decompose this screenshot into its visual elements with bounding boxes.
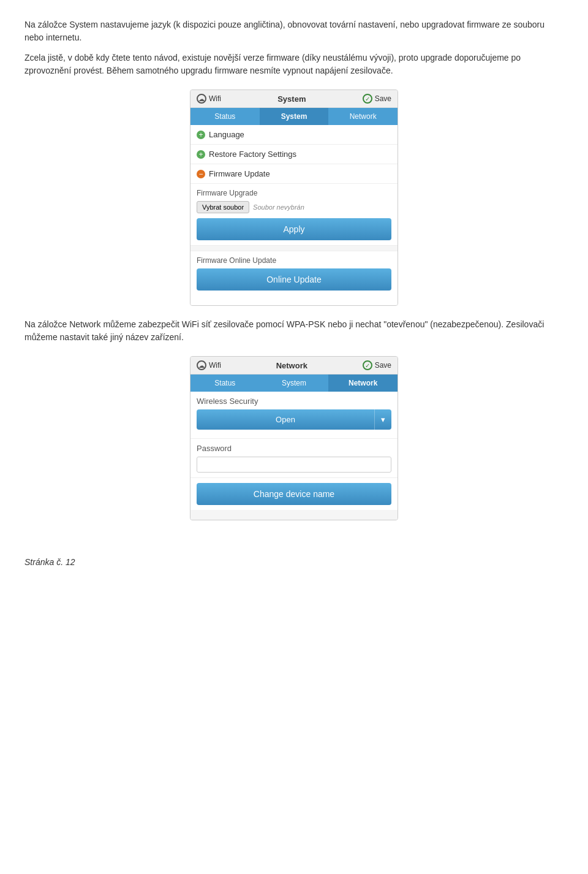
firmware-online-section: Firmware Online Update Online Update bbox=[190, 251, 398, 295]
save-label-group-2: ✓ Save bbox=[363, 360, 391, 370]
wifi-label-2: Wifi bbox=[209, 361, 221, 370]
page-footer: Stránka č. 12 bbox=[24, 557, 564, 567]
open-button[interactable]: Open bbox=[197, 409, 374, 430]
network-center-label: Network bbox=[276, 361, 307, 370]
device-ui-network: ☁ Wifi Network ✓ Save Status System Netw… bbox=[190, 356, 398, 520]
chevron-down-button[interactable]: ▾ bbox=[374, 409, 391, 430]
tab-bar-network[interactable]: Status System Network bbox=[190, 374, 398, 392]
change-device-name-button[interactable]: Change device name bbox=[197, 483, 391, 505]
top-bar-system: ☁ Wifi System ✓ Save bbox=[190, 90, 398, 108]
wireless-security-section: Wireless Security Open ▾ bbox=[190, 392, 398, 439]
system-center-label: System bbox=[277, 94, 306, 104]
firmware-upgrade-title: Firmware Upgrade bbox=[197, 189, 391, 197]
tab-system[interactable]: System bbox=[260, 108, 329, 125]
save-label-group: ✓ Save bbox=[363, 94, 391, 104]
file-chooser-button[interactable]: Vybrat soubor bbox=[197, 201, 249, 213]
change-device-section: Change device name bbox=[190, 478, 398, 510]
paragraph-3: Na záložce Network můžeme zabezpečit WiF… bbox=[24, 318, 564, 344]
file-row: Vybrat soubor Soubor nevybrán bbox=[197, 201, 391, 213]
top-bar-network: ☁ Wifi Network ✓ Save bbox=[190, 357, 398, 374]
menu-label-language: Language bbox=[209, 130, 244, 139]
apply-button[interactable]: Apply bbox=[197, 218, 391, 240]
file-placeholder-label: Soubor nevybrán bbox=[253, 203, 304, 211]
save-icon-2: ✓ bbox=[363, 360, 372, 370]
tab-bar-system[interactable]: Status System Network bbox=[190, 108, 398, 125]
save-label: Save bbox=[375, 94, 391, 103]
firmware-online-title: Firmware Online Update bbox=[197, 256, 391, 265]
menu-list: + Language + Restore Factory Settings − … bbox=[190, 125, 398, 184]
wifi-label: Wifi bbox=[209, 94, 221, 103]
paragraph-2: Zcela jistě, v době kdy čtete tento návo… bbox=[24, 51, 564, 77]
wifi-label-group: ☁ Wifi bbox=[197, 94, 221, 104]
plus-icon-language: + bbox=[197, 131, 205, 139]
paragraph-1: Na záložce System nastavujeme jazyk (k d… bbox=[24, 18, 564, 44]
plus-icon-factory: + bbox=[197, 150, 205, 159]
menu-item-firmware-update[interactable]: − Firmware Update bbox=[190, 164, 398, 184]
menu-label-factory: Restore Factory Settings bbox=[209, 150, 296, 159]
firmware-upgrade-section: Firmware Upgrade Vybrat soubor Soubor ne… bbox=[190, 184, 398, 246]
wifi-label-group-2: ☁ Wifi bbox=[197, 360, 221, 370]
tab-network[interactable]: Network bbox=[328, 108, 398, 125]
menu-item-factory[interactable]: + Restore Factory Settings bbox=[190, 145, 398, 164]
minus-icon-firmware: − bbox=[197, 170, 205, 178]
online-update-button[interactable]: Online Update bbox=[197, 268, 391, 291]
tab-status-2[interactable]: Status bbox=[190, 374, 260, 392]
tab-network-2[interactable]: Network bbox=[328, 374, 398, 392]
page-number-label: Stránka č. 12 bbox=[24, 557, 75, 567]
menu-item-language[interactable]: + Language bbox=[190, 125, 398, 145]
save-label-2: Save bbox=[375, 361, 391, 370]
save-icon: ✓ bbox=[363, 94, 372, 104]
menu-label-firmware: Firmware Update bbox=[209, 169, 270, 178]
open-btn-row: Open ▾ bbox=[197, 409, 391, 430]
password-label: Password bbox=[197, 444, 391, 453]
tab-status[interactable]: Status bbox=[190, 108, 260, 125]
wifi-icon-2: ☁ bbox=[197, 360, 206, 370]
wireless-security-label: Wireless Security bbox=[197, 397, 391, 406]
password-section: Password bbox=[190, 439, 398, 478]
device-ui-system: ☁ Wifi System ✓ Save Status System Netwo… bbox=[190, 89, 398, 306]
password-input[interactable] bbox=[197, 457, 391, 473]
tab-system-2[interactable]: System bbox=[260, 374, 329, 392]
wifi-icon: ☁ bbox=[197, 94, 206, 104]
